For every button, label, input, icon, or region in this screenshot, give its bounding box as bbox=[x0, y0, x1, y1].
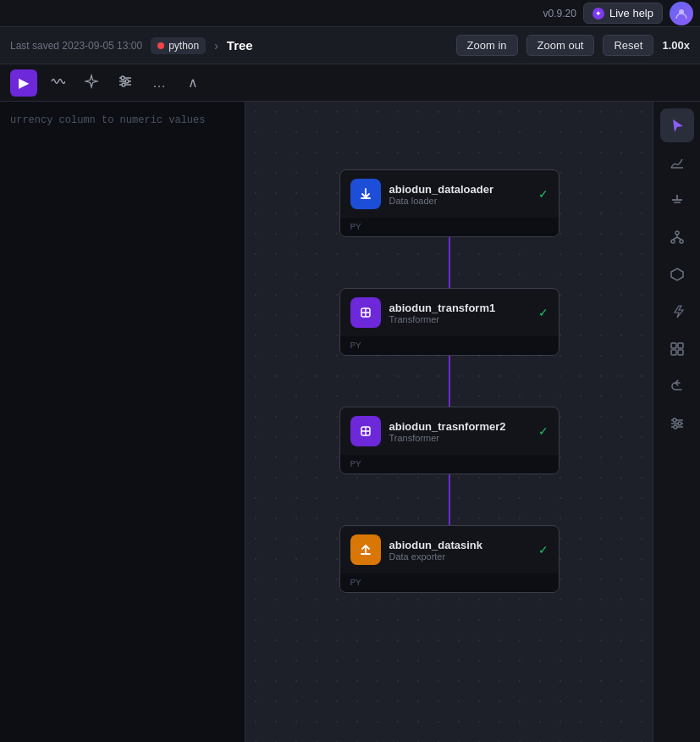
waveform-button[interactable] bbox=[44, 69, 71, 97]
sparkle-button[interactable] bbox=[78, 69, 105, 97]
node-dataloader[interactable]: abiodun_dataloader Data loader ✓ PY bbox=[339, 169, 559, 237]
node-datasink-name: abiodun_datasink bbox=[389, 539, 530, 551]
node-transform2-name: abiodun_trasnformer2 bbox=[389, 420, 530, 433]
sliders-button[interactable] bbox=[112, 69, 139, 97]
version-text: v0.9.20 bbox=[543, 8, 576, 19]
play-button[interactable]: ▶ bbox=[10, 69, 37, 97]
connector-3-4 bbox=[449, 474, 450, 525]
sliders-icon bbox=[118, 74, 133, 92]
collapse-button[interactable]: ∧ bbox=[179, 69, 207, 97]
node-datasink-info: abiodun_datasink Data exporter bbox=[389, 539, 530, 562]
node-transform2-status: ✓ bbox=[538, 424, 548, 438]
node-transform1-header: abiodun_transform1 Transformer ✓ bbox=[340, 289, 559, 336]
canvas-area[interactable]: abiodun_dataloader Data loader ✓ PY bbox=[245, 102, 653, 742]
svg-rect-26 bbox=[678, 350, 683, 355]
svg-rect-25 bbox=[671, 350, 676, 355]
code-panel: urrency column to numeric values bbox=[0, 102, 245, 742]
node-transform2-type: Transformer bbox=[389, 433, 530, 443]
node-transform1-icon bbox=[350, 297, 381, 328]
live-help-label: Live help bbox=[609, 7, 653, 19]
python-label: python bbox=[168, 40, 199, 52]
node-dataloader-status: ✓ bbox=[538, 187, 548, 201]
avatar[interactable] bbox=[670, 2, 693, 25]
play-icon: ▶ bbox=[19, 75, 29, 91]
more-button[interactable]: … bbox=[146, 69, 173, 97]
node-transform1-name: abiodun_transform1 bbox=[389, 302, 530, 314]
tool-bar: ▶ … ∧ bbox=[0, 64, 700, 102]
zoom-out-button[interactable]: Zoom out bbox=[526, 35, 595, 56]
svg-point-30 bbox=[673, 418, 676, 422]
code-line: urrency column to numeric values bbox=[10, 112, 234, 129]
svg-rect-23 bbox=[671, 343, 676, 348]
sidebar-lightning-button[interactable] bbox=[660, 295, 694, 329]
breadcrumb-separator: › bbox=[214, 39, 218, 53]
live-help-icon: ✦ bbox=[593, 8, 604, 19]
sidebar-grid-button[interactable] bbox=[660, 332, 694, 366]
second-bar: Last saved 2023-09-05 13:00 python › Tre… bbox=[0, 27, 700, 64]
breadcrumb-tree: Tree bbox=[227, 38, 253, 53]
node-datasink-icon bbox=[350, 534, 381, 565]
node-dataloader-footer: PY bbox=[340, 218, 559, 236]
sidebar-cursor-button[interactable] bbox=[660, 108, 694, 142]
nodes-container: abiodun_dataloader Data loader ✓ PY bbox=[339, 169, 559, 593]
node-transform1[interactable]: abiodun_transform1 Transformer ✓ PY bbox=[339, 288, 559, 356]
node-dataloader-header: abiodun_dataloader Data loader ✓ bbox=[340, 170, 559, 218]
svg-point-21 bbox=[680, 240, 683, 243]
node-transform2-footer: PY bbox=[340, 455, 559, 473]
top-bar: v0.9.20 ✦ Live help bbox=[0, 0, 700, 27]
sparkle-icon bbox=[84, 74, 99, 92]
node-datasink-footer: PY bbox=[340, 573, 559, 592]
node-dataloader-info: abiodun_dataloader Data loader bbox=[389, 183, 530, 206]
node-datasink-status: ✓ bbox=[538, 543, 548, 556]
last-saved-text: Last saved 2023-09-05 13:00 bbox=[10, 40, 142, 52]
node-transform2-icon bbox=[350, 416, 381, 446]
connector-1-2 bbox=[449, 237, 450, 288]
live-help-button[interactable]: ✦ Live help bbox=[583, 3, 663, 24]
python-badge[interactable]: python bbox=[151, 37, 206, 54]
node-transform2-header: abiodun_trasnformer2 Transformer ✓ bbox=[340, 407, 559, 455]
svg-marker-22 bbox=[671, 269, 683, 280]
node-dataloader-name: abiodun_dataloader bbox=[389, 183, 530, 196]
sidebar-hexagon-button[interactable] bbox=[660, 257, 694, 291]
node-transform1-status: ✓ bbox=[538, 306, 548, 319]
svg-point-6 bbox=[122, 83, 125, 86]
sidebar-back-button[interactable] bbox=[660, 369, 694, 403]
dots-icon: … bbox=[152, 75, 166, 91]
chevron-up-icon: ∧ bbox=[188, 75, 198, 91]
svg-point-32 bbox=[674, 425, 677, 429]
svg-point-31 bbox=[678, 422, 681, 425]
node-datasink[interactable]: abiodun_datasink Data exporter ✓ PY bbox=[339, 525, 559, 593]
node-transform2-info: abiodun_trasnformer2 Transformer bbox=[389, 420, 530, 443]
node-transform1-type: Transformer bbox=[389, 314, 530, 324]
node-transform1-footer: PY bbox=[340, 336, 559, 355]
node-transform2[interactable]: abiodun_trasnformer2 Transformer ✓ PY bbox=[339, 407, 559, 474]
svg-point-19 bbox=[675, 231, 679, 235]
waveform-icon bbox=[50, 74, 65, 92]
node-dataloader-icon bbox=[350, 179, 381, 209]
svg-point-4 bbox=[121, 76, 124, 80]
svg-point-20 bbox=[671, 240, 675, 243]
node-dataloader-type: Data loader bbox=[389, 196, 530, 206]
svg-point-5 bbox=[125, 80, 129, 83]
sidebar-branch-button[interactable] bbox=[660, 220, 694, 254]
svg-rect-24 bbox=[678, 343, 683, 348]
node-datasink-type: Data exporter bbox=[389, 551, 530, 562]
sidebar-chart-button[interactable] bbox=[660, 146, 694, 180]
sidebar-settings-button[interactable] bbox=[660, 407, 694, 440]
sidebar-formula-button[interactable] bbox=[660, 183, 694, 217]
zoom-level-text: 1.00x bbox=[662, 39, 690, 52]
connector-2-3 bbox=[449, 356, 450, 407]
node-transform1-info: abiodun_transform1 Transformer bbox=[389, 302, 530, 324]
python-dot bbox=[157, 42, 164, 49]
right-sidebar bbox=[653, 102, 700, 742]
zoom-in-button[interactable]: Zoom in bbox=[456, 35, 518, 56]
reset-button[interactable]: Reset bbox=[603, 35, 653, 56]
main-layout: urrency column to numeric values abiodun… bbox=[0, 102, 700, 742]
node-datasink-header: abiodun_datasink Data exporter ✓ bbox=[340, 526, 559, 573]
